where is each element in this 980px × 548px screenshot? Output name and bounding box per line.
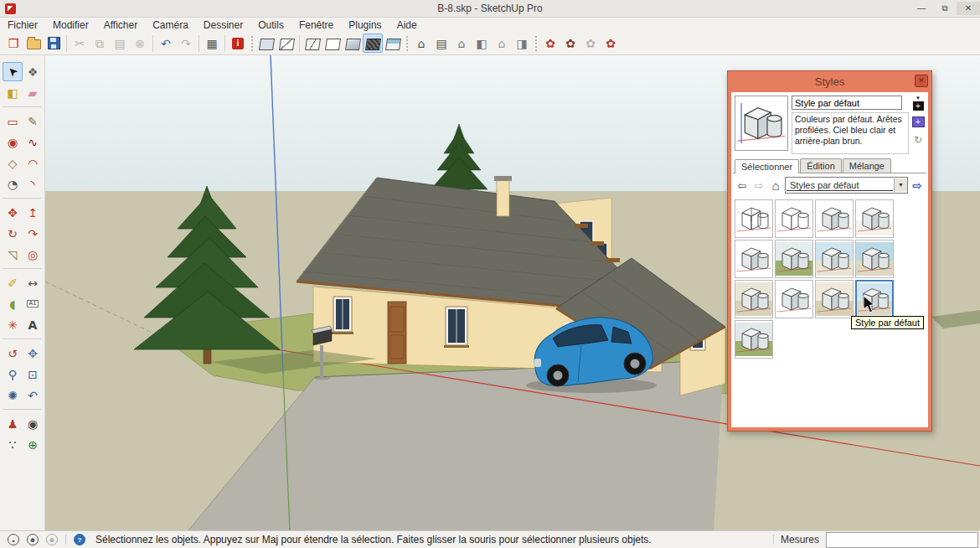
axes-tool[interactable]: ✳ [3, 315, 23, 334]
zoom-extents-tool[interactable]: ✺ [3, 385, 23, 405]
zoom-tool[interactable]: ⚲ [3, 364, 23, 384]
add-location-button[interactable]: ✿ [540, 34, 560, 53]
duplicate-style-button[interactable]: + [910, 114, 926, 129]
style-thumbnail-default-white[interactable] [735, 240, 773, 278]
save-button[interactable] [44, 34, 64, 53]
preview-google-earth-button[interactable]: ✿ [601, 34, 621, 53]
look-around-tool[interactable]: ◉ [23, 414, 43, 433]
menu-item-plugins[interactable]: Plugins [341, 19, 389, 31]
styles-collection-dropdown[interactable]: Styles par défaut ▼ [785, 177, 908, 194]
open-button[interactable] [23, 34, 44, 53]
position-camera-tool[interactable]: ♟ [3, 414, 23, 433]
line-tool[interactable]: ✎ [23, 111, 43, 131]
detail-arrow-button[interactable]: ⇨ [910, 178, 925, 193]
menu-item-fichier[interactable]: Fichier [0, 19, 45, 31]
dropdown-arrow-icon[interactable]: ▼ [894, 178, 907, 192]
scale-tool[interactable]: ◹ [3, 245, 23, 264]
select-tool[interactable]: ➤ [3, 62, 23, 81]
close-button[interactable]: ✕ [957, 2, 980, 15]
minimize-button[interactable]: — [910, 2, 933, 15]
nav-forward-button[interactable]: ⇨ [751, 178, 766, 193]
sign-in-icon[interactable]: ☻ [46, 534, 58, 545]
tape-measure-tool[interactable]: ✐ [3, 273, 23, 292]
walk-tool[interactable]: ∵ [3, 435, 23, 454]
help-icon[interactable]: ? [74, 534, 85, 545]
3d-text-tool[interactable]: A [23, 315, 43, 334]
view-front-button[interactable]: ⌂ [451, 34, 472, 53]
copy-button[interactable]: ⧉ [90, 34, 110, 53]
menu-item-afficher[interactable]: Afficher [96, 19, 145, 31]
follow-me-tool[interactable]: ↷ [23, 224, 43, 243]
restore-button[interactable]: ⧉ [933, 2, 957, 15]
text-tool[interactable]: A1 [23, 294, 43, 313]
style-thumbnail-sky-blue-ground[interactable] [855, 240, 894, 278]
xray-button[interactable] [256, 34, 276, 53]
style-thumbnail-shaded-with-textures[interactable] [855, 199, 894, 238]
view-left-button[interactable]: ◨ [512, 34, 532, 53]
style-thumbnail-white-simple[interactable] [775, 280, 813, 318]
menu-item-modifier[interactable]: Modifier [45, 19, 96, 31]
style-name-input[interactable] [792, 96, 902, 110]
orbit-tool[interactable]: ↺ [3, 344, 23, 363]
view-iso-button[interactable]: ⌂ [411, 34, 431, 53]
style-thumbnail-beige[interactable] [735, 280, 773, 318]
protractor-tool[interactable]: ◖ [3, 294, 23, 313]
photo-textures-button[interactable]: ✿ [580, 34, 601, 53]
shaded-button[interactable] [343, 34, 363, 53]
menu-item-fenetre[interactable]: Fenêtre [291, 19, 341, 31]
polygon-tool[interactable]: ◇ [3, 153, 23, 173]
house-window-2[interactable] [444, 307, 469, 348]
tab-melange[interactable]: Mélange [843, 158, 891, 173]
style-thumbnail-sky-blue[interactable] [815, 240, 854, 278]
menu-item-outils[interactable]: Outils [250, 19, 291, 31]
monochrome-button[interactable] [383, 34, 403, 53]
paint-bucket-tool[interactable]: ◧ [3, 83, 23, 102]
move-tool[interactable]: ✥ [3, 203, 23, 222]
style-thumbnail-green-field[interactable] [735, 320, 773, 359]
menu-item-dessiner[interactable]: Dessiner [196, 19, 250, 31]
cut-button[interactable]: ✂ [70, 34, 90, 53]
rotate-tool[interactable]: ↻ [3, 224, 23, 243]
push-pull-tool[interactable]: ↥ [23, 203, 43, 222]
wireframe-button[interactable] [302, 34, 322, 53]
tab-edition[interactable]: Édition [800, 158, 842, 173]
print-button[interactable]: ▦ [202, 34, 222, 53]
toggle-terrain-button[interactable]: ✿ [560, 34, 580, 53]
rectangle-tool[interactable]: ▭ [3, 111, 23, 131]
pan-tool[interactable]: ✥ [23, 344, 43, 363]
dimension-tool[interactable]: ↔ [23, 273, 43, 292]
style-thumbnail-hidden-line[interactable] [775, 199, 813, 238]
hidden-line-button[interactable] [322, 34, 343, 53]
arc-tool[interactable]: ◠ [23, 153, 43, 173]
tab-selectionner[interactable]: Sélectionner [735, 159, 799, 173]
style-thumbnail-green-ground[interactable] [775, 240, 813, 278]
claim-credit-icon[interactable]: ☻ [27, 534, 39, 545]
undo-button[interactable]: ↶ [156, 34, 176, 53]
redo-button[interactable]: ↷ [176, 34, 196, 53]
update-style-button[interactable]: ↻ [910, 132, 926, 147]
measurements-input[interactable] [826, 532, 978, 548]
circle-tool[interactable]: ◉ [3, 132, 23, 152]
chimney[interactable] [497, 179, 509, 216]
menu-item-camera[interactable]: Caméra [145, 19, 196, 31]
arc-2-point-tool[interactable]: ◝ [23, 174, 43, 194]
geolocation-status-icon[interactable]: ◒ [8, 534, 19, 545]
style-thumbnail-shaded[interactable] [815, 199, 854, 238]
zoom-window-tool[interactable]: ⊡ [23, 364, 43, 384]
style-thumbnail-tan[interactable] [815, 280, 854, 318]
erase-button[interactable]: ⊗ [130, 34, 150, 53]
nav-home-button[interactable]: ⌂ [768, 178, 783, 193]
styles-panel-header[interactable]: Styles ✕ [728, 71, 931, 91]
zoom-previous-tool[interactable]: ↶ [23, 385, 43, 405]
offset-tool[interactable]: ◎ [23, 245, 43, 264]
shaded-with-textures-button[interactable] [363, 34, 383, 53]
make-component-tool[interactable]: ❖ [23, 62, 43, 81]
model-info-button[interactable]: i [228, 34, 248, 53]
style-thumbnail-wireframe[interactable] [735, 199, 773, 238]
freehand-tool[interactable]: ∿ [23, 132, 43, 152]
pie-tool[interactable]: ◔ [3, 174, 23, 194]
section-plane-tool[interactable]: ⊕ [23, 435, 43, 454]
nav-back-button[interactable]: ⇦ [735, 178, 750, 193]
back-edges-button[interactable] [276, 34, 297, 53]
view-back-button[interactable]: ⌂ [492, 34, 512, 53]
